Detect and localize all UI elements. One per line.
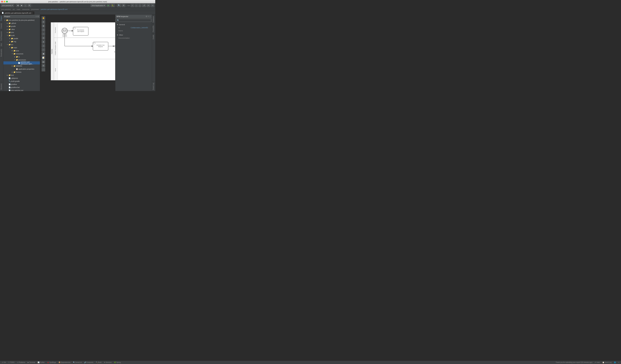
list-item[interactable]: ▶ 📁 img (3, 40, 40, 43)
run-button[interactable]: ▶ (107, 4, 110, 7)
list-item[interactable]: 📄 jmix-petclinic.iml (3, 89, 40, 91)
hand-tool[interactable]: ✋ (42, 16, 45, 20)
svg-text:Petclinic: Petclinic (51, 49, 53, 54)
move-tool[interactable]: ✛ (42, 20, 45, 24)
list-item[interactable]: ▼ 📁 processes (3, 58, 40, 61)
window-controls (1, 1, 8, 2)
item-label: img (14, 41, 16, 42)
nav-back-button[interactable]: ◀ (16, 4, 19, 7)
inspector-search-input[interactable] (116, 19, 151, 22)
vtab-spacer (152, 41, 155, 82)
vtab-structure[interactable]: Structure (0, 82, 3, 91)
svg-text:Schedule Care: Schedule Care (97, 44, 105, 46)
pool-tool[interactable]: ▬ (42, 60, 45, 64)
list-item[interactable]: ▶ 📁 java (3, 49, 40, 52)
settings-gear-button[interactable]: ⚙ (122, 4, 125, 7)
circle-tool[interactable]: ○ (42, 32, 45, 36)
git-check-button[interactable]: ✓ (131, 4, 134, 7)
run-config-button[interactable]: Jmix Application ▾ (90, 4, 106, 7)
debug-button[interactable]: 🐛 (111, 4, 115, 7)
close-tab-icon[interactable]: × (32, 12, 33, 14)
item-label: gradle (11, 25, 16, 27)
rect-tool[interactable]: □ (42, 48, 45, 52)
git-label: Git: (127, 5, 130, 6)
inspector-close-icon[interactable]: × (148, 16, 149, 17)
inspector-expand-icon[interactable]: □ (150, 16, 151, 17)
list-item[interactable]: ▶ 📁 jmix (3, 31, 40, 34)
redo-button[interactable]: ↪ (151, 4, 154, 7)
circle-fill-tool[interactable]: ◎ (42, 36, 45, 40)
svg-text:Nurse: Nurse (55, 68, 56, 71)
vtab-database[interactable]: Database (152, 15, 155, 24)
item-label: .idea (11, 28, 15, 30)
breadcrumb-item-4[interactable]: processes (31, 8, 39, 10)
maximize-button[interactable] (6, 1, 8, 2)
list-item[interactable]: ▶ 📁 themes (3, 70, 40, 74)
list-item[interactable]: ▶ 📁 io (3, 55, 40, 58)
vtab-pull-requests[interactable]: Pull Requests (0, 30, 3, 42)
connect-tool[interactable]: ⊸ (42, 28, 45, 32)
breadcrumb-item-3[interactable]: resources (22, 8, 30, 10)
list-item[interactable]: ▶ 📁 .github (3, 22, 40, 25)
sub-process-tool[interactable]: ▣ (42, 52, 45, 56)
list-item[interactable]: ▼ 📁 build (3, 34, 40, 37)
vtab-commit[interactable]: Commit (0, 22, 3, 30)
settings-button[interactable]: ⚙ (28, 4, 31, 7)
list-item[interactable]: ▶ 📁 gradle (3, 37, 40, 40)
list-item[interactable]: ▼ 📁 src (3, 43, 40, 46)
project-label: jmix-petclinic (2, 5, 12, 6)
list-item[interactable]: ▶ 📁 gradle (3, 25, 40, 28)
vtab-jmix[interactable]: Jmix (0, 42, 3, 48)
note-tool[interactable]: 📝 (42, 56, 45, 60)
list-item[interactable]: ▼ 📁 main (3, 46, 40, 49)
nav-forward-button[interactable]: ▶ (20, 4, 23, 7)
list-item[interactable]: 📋 application.properties (3, 67, 40, 70)
inspector-settings-icon[interactable]: ⚙ (146, 16, 147, 17)
section-label: General (119, 24, 125, 26)
main-tab[interactable]: 📄 petclinic-pet-admission.bpmn20.xml × (0, 11, 35, 15)
breadcrumb-item-0[interactable]: jmix-petclinic (1, 8, 11, 10)
undo-button[interactable]: ↩ (147, 4, 150, 7)
breadcrumb-item-2[interactable]: main (17, 8, 20, 10)
inspector-id-row: Id Collaboration_0o6ml50 (117, 26, 151, 29)
lasso-tool[interactable]: ⊕ (42, 24, 45, 28)
project-button[interactable]: jmix-petclinic ▾ (1, 4, 14, 7)
list-item[interactable]: 📄 gradlew.bat (3, 86, 40, 89)
diamond-tool[interactable]: ◇ (42, 44, 45, 48)
vtab-event-log[interactable]: Event Log (152, 82, 155, 91)
left-vertical-tabs: Project Commit Pull Requests Jmix Bookma… (0, 15, 3, 91)
expand-icon: ▼ (4, 19, 6, 21)
git-branch-button[interactable]: ⎇ (142, 4, 146, 7)
expand-icon: ▶ (11, 71, 13, 73)
vtab-primodb[interactable]: PrimoDB+ (152, 24, 155, 33)
select-frame-tool[interactable]: ⬚ (42, 68, 45, 71)
search-button[interactable]: 🔍 (117, 4, 121, 7)
list-item[interactable]: ▶ 📁 test (3, 74, 40, 77)
general-header[interactable]: ▼ General (117, 23, 151, 26)
collapse-tool[interactable]: ⊟ (42, 64, 45, 67)
other-header[interactable]: ▼ Other (117, 33, 151, 36)
vtab-bookmarks[interactable]: Bookmarks (0, 48, 3, 58)
svg-text:Request: Request (98, 46, 103, 47)
panel-gear-icon[interactable]: ⚙ (37, 16, 39, 17)
close-button[interactable] (1, 1, 3, 2)
bpmn-canvas[interactable]: Petclinic Pet Owner Pediatric Reception … (48, 19, 115, 91)
tree-root[interactable]: ▼ 📁 jmix-petclinic [io.jmix.jmix-petclin… (3, 19, 40, 22)
list-item[interactable]: ▶ 📁 VAADIN (3, 65, 40, 67)
list-item[interactable]: 📄 gradlew (3, 83, 40, 86)
minimize-button[interactable] (4, 1, 5, 2)
git-pull-button[interactable]: ↓ (138, 4, 141, 7)
breadcrumb-item-1[interactable]: src (13, 8, 15, 10)
panel-settings-icon[interactable]: ≡ (35, 16, 37, 17)
list-item[interactable]: 📄 .gitignore (3, 77, 40, 80)
circle-bold-tool[interactable]: ● (42, 40, 45, 44)
nav-up-button[interactable]: ↑ (24, 4, 27, 7)
vtab-project[interactable]: Project (0, 15, 3, 22)
list-item[interactable]: 📄 petclinic-pet-admission.bpm... (3, 61, 40, 65)
git-push-button[interactable]: ↑ (135, 4, 138, 7)
vtab-gradle[interactable]: Gradle (152, 33, 155, 41)
list-item[interactable]: 🔧 build.gradle (3, 80, 40, 83)
toolbar-sep-3 (116, 4, 116, 7)
list-item[interactable]: ▼ 📁 resources (3, 52, 40, 55)
list-item[interactable]: ▶ 📁 .idea (3, 28, 40, 31)
